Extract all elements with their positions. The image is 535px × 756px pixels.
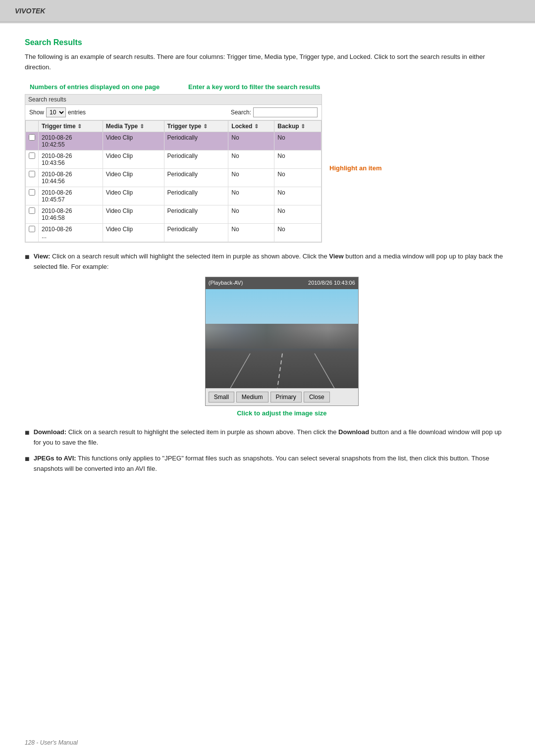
cell-backup: No: [274, 187, 321, 205]
sort-media-type-icon[interactable]: ⇕: [140, 123, 144, 130]
bullet-dot-view: ■: [25, 252, 30, 262]
col-locked[interactable]: Locked ⇕: [228, 120, 274, 132]
highlight-annotation: Highlight an item: [329, 164, 381, 172]
cell-locked: No: [228, 168, 274, 187]
medium-button[interactable]: Medium: [236, 392, 268, 403]
table-row[interactable]: 2010-08-26 10:44:56Video ClipPeriodicall…: [26, 168, 321, 187]
cell-trigger-type: Periodically: [164, 205, 228, 223]
row-checkbox-1[interactable]: [29, 152, 35, 159]
image-size-label: Click to adjust the image size: [237, 408, 326, 419]
col-trigger-time[interactable]: Trigger time ⇕: [39, 120, 103, 132]
small-button[interactable]: Small: [209, 392, 234, 403]
row-checkbox-2[interactable]: [29, 171, 35, 177]
cell-media-type: Video Clip: [103, 150, 164, 168]
annotation-area: Numbers of entries displayed on one page…: [25, 83, 510, 92]
cell-datetime: 2010-08-26 10:44:56: [39, 168, 103, 187]
media-video-area: [206, 289, 358, 388]
cell-media-type: Video Clip: [103, 187, 164, 205]
download-bullet-text: Download: Click on a search result to hi…: [34, 427, 510, 448]
cell-datetime: 2010-08-26 10:45:57: [39, 187, 103, 205]
cell-media-type: Video Clip: [103, 205, 164, 223]
table-header-row: Trigger time ⇕ Media Type ⇕ Trigger type…: [26, 120, 321, 132]
bullet-dot-jpegs: ■: [25, 454, 30, 464]
bullet-dot-download: ■: [25, 427, 30, 438]
jpegs-bullet-item: ■ JPEGs to AVI: This functions only appl…: [25, 454, 510, 474]
media-player-wrapper: (Playback-AV) 2010/8/26 10:43:06: [54, 277, 510, 418]
sort-trigger-time-icon[interactable]: ⇕: [77, 123, 82, 130]
table-header-label: Search results: [28, 96, 66, 103]
media-controls: Small Medium Primary Close: [206, 388, 358, 405]
cell-trigger-type: Periodically: [164, 187, 228, 205]
cell-media-type: Video Clip: [103, 132, 164, 150]
cell-datetime: 2010-08-26 ...: [39, 223, 103, 242]
search-label: Search:: [231, 109, 251, 116]
close-button[interactable]: Close: [304, 392, 330, 403]
view-text-1: Click on a search result which will high…: [52, 252, 329, 260]
cell-datetime: 2010-08-26 10:43:56: [39, 150, 103, 168]
col-trigger-type[interactable]: Trigger type ⇕: [164, 120, 228, 132]
main-content: Search Results The following is an examp…: [0, 23, 535, 500]
download-text-1: Click on a search result to highlight th…: [68, 428, 338, 436]
sort-backup-icon[interactable]: ⇕: [301, 123, 305, 130]
cell-locked: No: [228, 150, 274, 168]
jpegs-text: This functions only applies to "JPEG" fo…: [34, 454, 489, 472]
sort-locked-icon[interactable]: ⇕: [254, 123, 259, 130]
col-backup[interactable]: Backup ⇕: [274, 120, 321, 132]
cell-locked: No: [228, 132, 274, 150]
entries-annotation: Numbers of entries displayed on one page: [25, 83, 178, 92]
cell-backup: No: [274, 132, 321, 150]
page-footer: 128 - User's Manual: [25, 739, 78, 746]
col-media-type[interactable]: Media Type ⇕: [103, 120, 164, 132]
search-input[interactable]: [253, 107, 318, 117]
data-table: Trigger time ⇕ Media Type ⇕ Trigger type…: [25, 120, 321, 242]
cell-backup: No: [274, 205, 321, 223]
cell-trigger-type: Periodically: [164, 132, 228, 150]
download-bullet-item: ■ Download: Click on a search result to …: [25, 427, 510, 448]
row-checkbox-0[interactable]: [29, 134, 35, 141]
table-row[interactable]: 2010-08-26 10:43:56Video ClipPeriodicall…: [26, 150, 321, 168]
cell-backup: No: [274, 150, 321, 168]
jpegs-bold: JPEGs to AVI:: [34, 454, 76, 462]
cell-media-type: Video Clip: [103, 223, 164, 242]
view-button-ref: View: [329, 252, 343, 260]
col-checkbox: [26, 120, 39, 132]
svg-line-0: [277, 353, 282, 388]
entries-select[interactable]: 10 25 50: [46, 107, 66, 117]
brand-label: VIVOTEK: [15, 7, 45, 15]
cell-trigger-type: Periodically: [164, 223, 228, 242]
filter-annotation: Enter a key word to filter the search re…: [178, 83, 510, 92]
intro-text: The following is an example of search re…: [25, 52, 510, 73]
svg-line-2: [315, 353, 334, 388]
top-bar: VIVOTEK: [0, 0, 535, 22]
primary-button[interactable]: Primary: [270, 392, 302, 403]
cell-trigger-type: Periodically: [164, 150, 228, 168]
cell-datetime: 2010-08-26 10:42:55: [39, 132, 103, 150]
player-timestamp: 2010/8/26 10:43:06: [308, 279, 355, 288]
entries-label: entries: [68, 109, 86, 116]
table-row[interactable]: 2010-08-26 ...Video ClipPeriodicallyNoNo: [26, 223, 321, 242]
download-button-ref: Download: [338, 428, 369, 436]
table-row[interactable]: 2010-08-26 10:42:55Video ClipPeriodicall…: [26, 132, 321, 150]
row-checkbox-5[interactable]: [29, 226, 35, 232]
search-results-table-container: Search results Show 10 25 50 entries: [25, 94, 322, 243]
cell-datetime: 2010-08-26 10:46:58: [39, 205, 103, 223]
cell-locked: No: [228, 205, 274, 223]
show-label: Show: [29, 109, 44, 116]
cell-trigger-type: Periodically: [164, 168, 228, 187]
view-bullet-item: ■ View: Click on a search result which w…: [25, 252, 510, 421]
bullet-section: ■ View: Click on a search result which w…: [25, 252, 510, 474]
page-wrapper: VIVOTEK Search Results The following is …: [0, 0, 535, 756]
table-and-annotation: Search results Show 10 25 50 entries: [25, 94, 510, 243]
table-row[interactable]: 2010-08-26 10:45:57Video ClipPeriodicall…: [26, 187, 321, 205]
row-checkbox-3[interactable]: [29, 189, 35, 196]
sort-trigger-type-icon[interactable]: ⇕: [203, 123, 208, 130]
download-bold: Download:: [34, 428, 66, 436]
jpegs-bullet-text: JPEGs to AVI: This functions only applie…: [34, 454, 510, 474]
svg-line-1: [230, 353, 250, 388]
media-player-header: (Playback-AV) 2010/8/26 10:43:06: [206, 277, 358, 289]
table-row[interactable]: 2010-08-26 10:46:58Video ClipPeriodicall…: [26, 205, 321, 223]
row-checkbox-4[interactable]: [29, 207, 35, 214]
cell-locked: No: [228, 187, 274, 205]
view-bullet-text: View: Click on a search result which wil…: [34, 252, 510, 421]
media-player: (Playback-AV) 2010/8/26 10:43:06: [205, 277, 359, 406]
